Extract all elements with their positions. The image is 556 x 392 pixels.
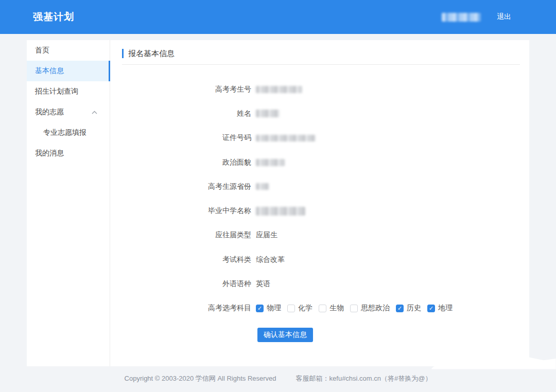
field-row-name: 姓名 [110,101,529,126]
field-row-exam-candidate-number: 高考考生号 [110,77,529,101]
field-label: 政治面貌 [110,158,251,167]
checkbox-label: 地理 [438,304,453,313]
checkbox-label: 生物 [329,304,344,313]
field-row-foreign-language: 外语语种 英语 [110,272,529,296]
checkbox-biology[interactable] [319,305,326,312]
checkbox-geography[interactable] [427,305,435,312]
footer-copyright: Copyright © 2003-2020 学信网 All Rights Res… [125,374,276,383]
subject-item: 历史 [396,304,421,313]
field-value-redacted [256,135,316,141]
subject-item: 地理 [427,304,453,313]
sidebar-item-major-preference-filling[interactable]: 专业志愿填报 [27,122,110,143]
subject-item: 物理 [256,304,281,313]
field-label: 高考考生号 [110,85,251,94]
field-label: 考试科类 [110,255,251,264]
sidebar-item-home[interactable]: 首页 [27,40,110,61]
sidebar-item-my-preferences[interactable]: 我的志愿 [27,102,110,122]
field-value: 综合改革 [256,255,285,264]
checkbox-label: 物理 [267,304,281,313]
sidebar-item-label: 招生计划查询 [35,87,78,96]
checkbox-chemistry[interactable] [287,305,295,312]
field-label: 高考生源省份 [110,182,251,191]
section-divider [122,64,520,65]
field-value-redacted [256,207,305,216]
sidebar-item-label: 基本信息 [35,66,64,76]
field-label: 毕业中学名称 [110,206,251,216]
sidebar-item-label: 专业志愿填报 [43,128,86,137]
chevron-up-icon [92,111,97,114]
field-row-high-school-name: 毕业中学名称 [110,199,529,223]
subject-item: 化学 [287,304,312,313]
sidebar-item-my-messages[interactable]: 我的消息 [27,143,110,164]
field-label: 高考选考科目 [110,304,251,313]
main-card: 首页 基本信息 招生计划查询 我的志愿 专业志愿填报 我的消息 报名基本信息 [27,40,529,366]
field-label: 证件号码 [110,133,251,142]
logout-button[interactable]: 退出 [497,12,511,22]
basic-info-form: 高考考生号 姓名 证件号码 政治面貌 高考生源省份 毕业中学名称 [110,77,529,342]
checkbox-label: 思想政治 [361,304,390,313]
app-title: 强基计划 [33,10,74,24]
page-title: 报名基本信息 [128,49,175,59]
field-label: 姓名 [110,109,251,118]
subject-item: 生物 [319,304,344,313]
field-value-redacted [256,183,269,190]
field-row-exam-category: 考试科类 综合改革 [110,247,529,272]
field-value-redacted [256,110,280,117]
field-row-selected-subjects: 高考选考科目 物理 化学 生物 [110,296,529,320]
content-panel: 报名基本信息 高考考生号 姓名 证件号码 政治面貌 高考生源省份 [110,40,529,366]
field-row-source-province: 高考生源省份 [110,174,529,199]
field-row-political-status: 政治面貌 [110,150,529,174]
sidebar-item-label: 我的消息 [35,149,64,158]
app-header: 强基计划 退出 [0,0,556,34]
field-row-graduate-type: 应往届类型 应届生 [110,223,529,247]
sidebar: 首页 基本信息 招生计划查询 我的志愿 专业志愿填报 我的消息 [27,40,110,366]
footer-support-email: 客服邮箱：kefu#chsi.com.cn（将#替换为@） [296,374,432,383]
checkbox-label: 化学 [298,304,312,313]
page-footer: Copyright © 2003-2020 学信网 All Rights Res… [0,374,556,383]
confirm-basic-info-button[interactable]: 确认基本信息 [257,328,313,342]
checkbox-politics[interactable] [350,305,358,312]
title-accent-bar [122,49,124,58]
field-value: 应届生 [256,230,277,240]
field-value: 英语 [256,279,270,289]
field-row-id-number: 证件号码 [110,126,529,150]
field-label: 外语语种 [110,279,251,289]
checkbox-physics[interactable] [256,305,264,312]
checkbox-label: 历史 [407,304,421,313]
sidebar-item-basic-info[interactable]: 基本信息 [27,61,110,81]
field-value-redacted [256,86,302,93]
sidebar-item-label: 首页 [35,46,49,55]
field-value-redacted [256,159,285,166]
sidebar-item-label: 我的志愿 [35,108,64,117]
field-label: 应往届类型 [110,230,251,240]
user-name-redacted [442,13,481,22]
checkbox-history[interactable] [396,305,404,312]
subject-item: 思想政治 [350,304,390,313]
sidebar-item-enrollment-plan-query[interactable]: 招生计划查询 [27,81,110,102]
subjects-checkbox-group: 物理 化学 生物 思想政治 [256,304,459,313]
